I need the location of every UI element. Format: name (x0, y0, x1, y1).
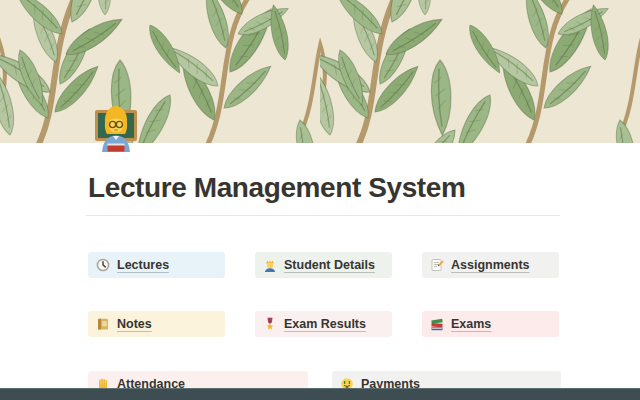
card-notes[interactable]: Notes (88, 311, 225, 337)
divider (86, 215, 560, 216)
card-exam-results[interactable]: Exam Results (255, 311, 392, 337)
page-title: Lecture Management System (88, 171, 560, 205)
memo-icon (430, 258, 444, 272)
card-label: Assignments (451, 258, 530, 272)
card-label: Exams (451, 317, 491, 331)
woman-teacher-icon (92, 101, 140, 152)
card-assignments[interactable]: Assignments (422, 252, 559, 278)
military-medal-icon (263, 317, 277, 331)
notebook-icon (96, 317, 110, 331)
page-icon-woman-teacher[interactable] (92, 101, 140, 152)
books-icon (430, 317, 444, 331)
card-label: Exam Results (284, 317, 366, 331)
clock-icon (96, 258, 110, 272)
prince-icon (263, 258, 277, 272)
card-grid-top: Lectures Student Details Assignments Not… (88, 252, 560, 337)
card-label: Lectures (117, 258, 169, 272)
card-lectures[interactable]: Lectures (88, 252, 225, 278)
card-student-details[interactable]: Student Details (255, 252, 392, 278)
card-label: Notes (117, 317, 152, 331)
bottom-bar (0, 388, 640, 400)
card-exams[interactable]: Exams (422, 311, 559, 337)
card-label: Student Details (284, 258, 375, 272)
